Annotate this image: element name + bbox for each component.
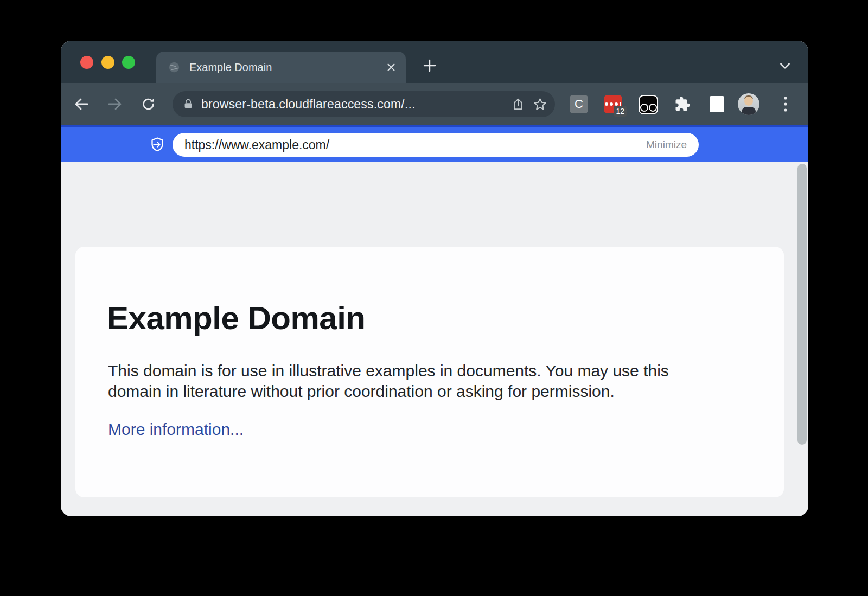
new-tab-button[interactable] bbox=[421, 57, 438, 74]
paragraph-line: domain in literature without prior coord… bbox=[108, 381, 669, 402]
browser-toolbar: browser-beta.cloudflareaccess.com/... C … bbox=[61, 83, 808, 125]
tab-example-domain[interactable]: Example Domain bbox=[156, 52, 406, 83]
kebab-menu-icon[interactable] bbox=[780, 95, 791, 113]
browser-window: Example Domain bbox=[61, 41, 808, 516]
address-bar[interactable]: browser-beta.cloudflareaccess.com/... bbox=[173, 91, 555, 117]
password-manager-icon[interactable]: 12 bbox=[604, 95, 622, 113]
profile-avatar[interactable] bbox=[738, 93, 760, 115]
shield-arrow-icon bbox=[149, 136, 166, 153]
c-extension-label: C bbox=[575, 97, 583, 111]
tab-title: Example Domain bbox=[189, 61, 386, 74]
address-bar-url: browser-beta.cloudflareaccess.com/... bbox=[201, 97, 503, 112]
bookmark-star-icon[interactable] bbox=[533, 97, 547, 112]
camera-extension-icon[interactable] bbox=[639, 95, 658, 114]
page-viewport: Example Domain This domain is for use in… bbox=[61, 162, 808, 516]
fullscreen-window-button[interactable] bbox=[122, 56, 135, 69]
close-window-button[interactable] bbox=[80, 56, 93, 69]
tab-search-chevron-down-icon[interactable] bbox=[777, 59, 793, 73]
lock-icon[interactable] bbox=[182, 98, 194, 110]
scrollbar-thumb[interactable] bbox=[797, 164, 807, 445]
globe-favicon-icon bbox=[168, 61, 180, 73]
c-extension-icon[interactable]: C bbox=[570, 95, 588, 113]
reload-button[interactable] bbox=[139, 94, 158, 114]
isolation-bar: https://www.example.com/ Minimize bbox=[61, 125, 808, 162]
isolation-address-bar[interactable]: https://www.example.com/ Minimize bbox=[173, 133, 699, 157]
tab-strip: Example Domain bbox=[61, 41, 808, 83]
isolation-url: https://www.example.com/ bbox=[184, 138, 646, 152]
extension-badge: 12 bbox=[614, 106, 627, 117]
more-information-link[interactable]: More information... bbox=[108, 420, 244, 439]
content-card: Example Domain This domain is for use in… bbox=[75, 247, 784, 497]
minimize-button[interactable]: Minimize bbox=[646, 139, 687, 151]
page-heading: Example Domain bbox=[107, 301, 366, 335]
forward-button[interactable] bbox=[105, 94, 125, 114]
extensions-puzzle-icon[interactable] bbox=[673, 95, 692, 113]
minimize-window-button[interactable] bbox=[101, 56, 114, 69]
back-button[interactable] bbox=[72, 94, 91, 114]
sidebar-icon[interactable] bbox=[707, 95, 726, 113]
page-paragraph: This domain is for use in illustrative e… bbox=[108, 361, 669, 402]
paragraph-line: This domain is for use in illustrative e… bbox=[108, 361, 669, 381]
share-icon[interactable] bbox=[511, 97, 525, 111]
close-tab-icon[interactable] bbox=[386, 62, 396, 72]
